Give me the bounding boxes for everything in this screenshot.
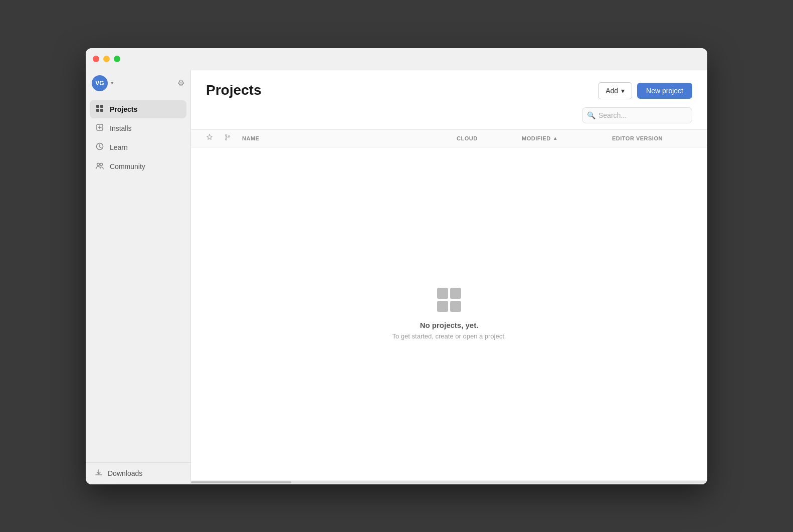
col-star[interactable] xyxy=(206,134,224,142)
table-header: NAME CLOUD MODIFIED ▲ EDITOR VERSION xyxy=(191,129,707,147)
empty-icon-cell-3 xyxy=(437,301,448,312)
svg-point-6 xyxy=(97,163,100,165)
maximize-button[interactable] xyxy=(114,56,120,62)
sidebar-item-label-installs: Installs xyxy=(110,124,132,132)
sidebar-nav: Projects Installs xyxy=(86,100,190,462)
sidebar-item-installs[interactable]: Installs xyxy=(90,119,186,137)
empty-icon xyxy=(437,288,461,312)
minimize-button[interactable] xyxy=(103,56,110,62)
add-dropdown-arrow: ▾ xyxy=(621,87,625,95)
col-name-header: NAME xyxy=(242,135,457,141)
main-header: Projects Add ▾ New project xyxy=(191,70,707,107)
add-button[interactable]: Add ▾ xyxy=(598,82,632,99)
search-container: 🔍 xyxy=(582,107,692,123)
sidebar: VG ▾ ⚙ Projects xyxy=(86,70,191,484)
sort-arrow: ▲ xyxy=(553,135,558,141)
col-cloud-header: CLOUD xyxy=(457,135,522,141)
avatar: VG xyxy=(92,75,108,91)
col-editor-header: EDITOR VERSION xyxy=(612,135,692,141)
empty-icon-cell-2 xyxy=(450,288,461,299)
app-window: VG ▾ ⚙ Projects xyxy=(86,48,707,484)
page-title: Projects xyxy=(206,82,262,98)
installs-icon xyxy=(95,123,105,133)
svg-rect-3 xyxy=(100,109,103,112)
titlebar xyxy=(86,48,707,70)
close-button[interactable] xyxy=(93,56,99,62)
sidebar-item-label-projects: Projects xyxy=(110,105,137,113)
downloads-label: Downloads xyxy=(108,469,142,477)
empty-state-title: No projects, yet. xyxy=(420,321,479,329)
scrollbar-area xyxy=(191,480,707,484)
svg-rect-2 xyxy=(96,109,99,112)
search-input[interactable] xyxy=(582,107,692,123)
sidebar-top: VG ▾ ⚙ xyxy=(86,70,190,96)
new-project-button[interactable]: New project xyxy=(637,83,692,99)
header-actions: Add ▾ New project xyxy=(598,82,692,99)
learn-icon xyxy=(95,142,105,152)
sidebar-bottom: Downloads xyxy=(86,462,190,484)
sidebar-item-community[interactable]: Community xyxy=(90,157,186,175)
empty-icon-cell-4 xyxy=(450,301,461,312)
sidebar-item-projects[interactable]: Projects xyxy=(90,100,186,118)
user-dropdown-arrow[interactable]: ▾ xyxy=(111,80,114,86)
sidebar-item-label-learn: Learn xyxy=(110,143,128,151)
user-section[interactable]: VG ▾ xyxy=(92,75,114,91)
downloads-icon xyxy=(95,469,103,478)
projects-icon xyxy=(95,104,105,114)
scrollbar-track xyxy=(191,481,707,483)
svg-rect-1 xyxy=(100,105,103,108)
search-bar-row: 🔍 xyxy=(191,107,707,129)
empty-state: No projects, yet. To get started, create… xyxy=(191,147,707,480)
community-icon xyxy=(95,161,105,171)
app-body: VG ▾ ⚙ Projects xyxy=(86,70,707,484)
downloads-item[interactable]: Downloads xyxy=(95,469,181,478)
search-icon: 🔍 xyxy=(587,111,596,119)
traffic-lights xyxy=(93,56,120,62)
sidebar-item-learn[interactable]: Learn xyxy=(90,138,186,156)
main-content: Projects Add ▾ New project 🔍 xyxy=(191,70,707,484)
settings-icon[interactable]: ⚙ xyxy=(177,78,184,88)
col-branch xyxy=(224,134,242,142)
empty-icon-cell-1 xyxy=(437,288,448,299)
sidebar-item-label-community: Community xyxy=(110,162,145,170)
svg-point-7 xyxy=(100,163,103,165)
scrollbar-thumb[interactable] xyxy=(191,481,291,483)
svg-rect-0 xyxy=(96,105,99,108)
empty-state-subtitle: To get started, create or open a project… xyxy=(392,332,506,340)
col-modified-header[interactable]: MODIFIED ▲ xyxy=(522,135,612,141)
